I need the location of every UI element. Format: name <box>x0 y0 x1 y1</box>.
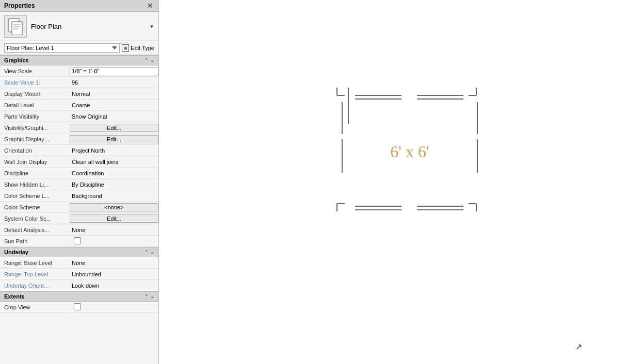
section-title: Underlay <box>4 249 28 255</box>
property-label: Display Model <box>0 90 70 98</box>
property-value[interactable]: Edit... <box>70 124 158 132</box>
property-row: Color Scheme L...Background <box>0 190 158 202</box>
property-label: Wall Join Display <box>0 158 70 166</box>
floor-plan-selector: Floor Plan ▼ <box>0 12 158 41</box>
property-value: None <box>70 259 158 267</box>
property-row: Parts VisibilityShow Original <box>0 111 158 122</box>
property-value: Coordination <box>70 169 158 177</box>
property-label: Sun Path <box>0 237 70 245</box>
property-row: System Color Sc...Edit... <box>0 213 158 224</box>
property-value: Unbounded <box>70 270 158 278</box>
property-row: Range: Top LevelUnbounded <box>0 269 158 280</box>
property-row: Default Analysis...None <box>0 224 158 236</box>
walls-bottom <box>355 206 463 210</box>
property-checkbox[interactable] <box>74 303 81 310</box>
property-value: None <box>70 226 158 234</box>
edit-type-icon: ⊞ <box>122 44 129 52</box>
symbol-top-right <box>469 88 476 95</box>
property-value: Coarse <box>70 101 158 109</box>
level-dropdown[interactable]: Floor Plan: Level 1 Floor Plan: Level 2 <box>4 43 120 53</box>
property-row: Show Hidden Li...By Discipline <box>0 179 158 190</box>
room-dimension-label: 6' x 6' <box>390 142 429 161</box>
property-value: Normal <box>70 90 158 98</box>
property-row: Underlay Orient...Look down <box>0 280 158 291</box>
property-value: Look down <box>70 282 158 290</box>
canvas-area: 6' x 6' ↗ <box>159 0 644 364</box>
property-row: DisciplineCoordination <box>0 168 158 179</box>
walls-top <box>348 88 463 124</box>
property-label: Show Hidden Li... <box>0 180 70 189</box>
property-label: Range: Top Level <box>0 270 70 278</box>
property-label: Orientation <box>0 146 70 155</box>
property-label: View Scale <box>0 67 70 75</box>
property-row: OrientationProject North <box>0 145 158 156</box>
property-value <box>70 302 158 312</box>
symbol-top-left <box>337 88 345 95</box>
property-label: Default Analysis... <box>0 226 70 234</box>
section-collapse-icon: ⌃ ⌄ <box>144 250 154 255</box>
property-checkbox[interactable] <box>74 237 81 244</box>
property-label: System Color Sc... <box>0 214 70 223</box>
property-row: Detail LevelCoarse <box>0 100 158 111</box>
property-label: Visibility/Graphi... <box>0 124 70 132</box>
property-row: Color Scheme<none> <box>0 202 158 213</box>
section-collapse-icon: ⌃ ⌄ <box>144 58 154 63</box>
property-row: Display ModelNormal <box>0 88 158 100</box>
floor-plan-arrow: ▼ <box>149 24 154 29</box>
properties-panel: Properties ✕ Floor Plan ▼ Floor Plan: Le… <box>0 0 159 364</box>
section-title: Graphics <box>4 57 29 63</box>
floor-plan-name: Floor Plan <box>31 23 61 30</box>
close-button[interactable]: ✕ <box>146 2 154 9</box>
floor-plan-dropdown[interactable]: Floor Plan ▼ <box>31 23 154 30</box>
section-header-graphics[interactable]: Graphics⌃ ⌄ <box>0 55 158 65</box>
property-label: Detail Level <box>0 101 70 109</box>
property-label: Color Scheme <box>0 203 70 211</box>
panel-content: Graphics⌃ ⌄View Scale1/8" = 1'-0"Scale V… <box>0 55 158 364</box>
property-value: 96 <box>70 78 158 87</box>
property-label: Underlay Orient... <box>0 282 70 290</box>
panel-header: Properties ✕ <box>0 0 158 12</box>
property-row: Sun Path <box>0 236 158 247</box>
property-value: By Discipline <box>70 180 158 189</box>
property-label: Parts Visibility <box>0 112 70 121</box>
property-row: Crop View <box>0 302 158 313</box>
property-value[interactable]: <none> <box>70 203 158 211</box>
edit-type-label: Edit Type <box>131 45 154 51</box>
property-row: Visibility/Graphi...Edit... <box>0 122 158 134</box>
svg-rect-1 <box>12 22 22 35</box>
symbol-bottom-left <box>337 204 345 211</box>
panel-title: Properties <box>4 2 35 9</box>
property-row: Wall Join DisplayClean all wall joins <box>0 156 158 168</box>
property-row: View Scale1/8" = 1'-0" <box>0 65 158 77</box>
floor-plan-icon <box>4 15 27 38</box>
property-value[interactable]: 1/8" = 1'-0" <box>70 67 158 75</box>
property-value: Background <box>70 192 158 200</box>
property-value[interactable]: Edit... <box>70 214 158 223</box>
property-value: Project North <box>70 146 158 155</box>
section-collapse-icon: ⌃ ⌄ <box>144 294 154 299</box>
property-label: Crop View <box>0 303 70 311</box>
drawing-canvas: 6' x 6' <box>159 0 644 364</box>
property-row: Scale Value 1:96 <box>0 77 158 88</box>
section-title: Extents <box>4 293 25 300</box>
property-label: Scale Value 1: <box>0 78 70 87</box>
property-label: Color Scheme L... <box>0 192 70 200</box>
edit-type-button[interactable]: ⊞ Edit Type <box>122 44 154 52</box>
property-value: Clean all wall joins <box>70 158 158 166</box>
symbol-bottom-right <box>469 204 476 211</box>
property-label: Graphic Display ... <box>0 135 70 143</box>
property-row: Range: Base LevelNone <box>0 257 158 269</box>
type-selector-row: Floor Plan: Level 1 Floor Plan: Level 2 … <box>0 41 158 55</box>
property-label: Range: Base Level <box>0 259 70 267</box>
property-label: Discipline <box>0 169 70 177</box>
section-header-extents[interactable]: Extents⌃ ⌄ <box>0 291 158 302</box>
property-value: Show Original <box>70 112 158 121</box>
property-value[interactable]: Edit... <box>70 135 158 143</box>
property-row: Graphic Display ...Edit... <box>0 134 158 145</box>
section-header-underlay[interactable]: Underlay⌃ ⌄ <box>0 247 158 257</box>
property-value <box>70 236 158 246</box>
